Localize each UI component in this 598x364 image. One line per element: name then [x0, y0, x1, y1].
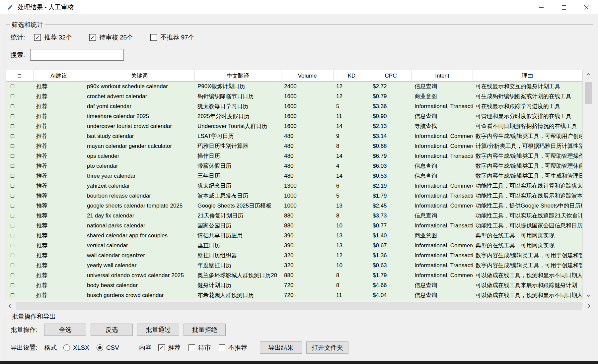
- row-checkbox[interactable]: □: [6, 231, 33, 241]
- cell-translation: 带薪休假日历: [194, 161, 281, 171]
- stats-checkbox-0-box[interactable]: ✓: [34, 34, 41, 41]
- table-row[interactable]: □推荐national parks calendar国家公园日历88010$0.…: [6, 221, 582, 231]
- row-checkbox[interactable]: □: [6, 251, 33, 261]
- row-checkbox[interactable]: □: [6, 82, 33, 91]
- row-checkbox[interactable]: □: [6, 111, 33, 121]
- column-header-check[interactable]: □: [6, 70, 33, 81]
- table-row[interactable]: □推荐shared calendar app for couples情侣共享日历…: [6, 231, 582, 241]
- content-checkbox-1-box[interactable]: [188, 344, 195, 351]
- batch-button-3[interactable]: 批量拒绝: [184, 324, 226, 336]
- stats-checkbox-2-box[interactable]: [150, 34, 157, 41]
- table-row[interactable]: □推荐ops calender操作日历48014$6.79Information…: [6, 151, 582, 161]
- vertical-scroll-thumb[interactable]: [585, 82, 592, 104]
- cell-translation: 犹太教每日学习日历: [194, 101, 281, 111]
- scroll-down-button[interactable]: [584, 291, 593, 300]
- cell-volume: 1600: [281, 101, 333, 111]
- open-folder-button[interactable]: 打开文件夹: [306, 341, 348, 354]
- format-radio-xlsx[interactable]: XLSX: [63, 344, 89, 351]
- content-checkbox-1[interactable]: 待审: [188, 343, 211, 352]
- batch-export-groupbox: 批量操作和导出 批量操作: 全选反选批量通过批量拒绝 导出设置: 格式 XLSX…: [6, 316, 593, 360]
- content-checkbox-2-box[interactable]: [219, 344, 225, 351]
- table-row[interactable]: □推荐crochet advent calendar钩针编织降临节日日历1600…: [6, 91, 582, 101]
- content-checkbox-2[interactable]: 不推荐: [219, 343, 247, 352]
- vertical-scrollbar[interactable]: [584, 70, 593, 300]
- stats-checkbox-0[interactable]: ✓推荐 32个: [34, 33, 72, 42]
- table-row[interactable]: □推荐google sheets calendar template 2025G…: [6, 201, 582, 211]
- scroll-left-button[interactable]: [6, 301, 15, 311]
- horizontal-scroll-thumb[interactable]: [16, 302, 582, 310]
- table-row[interactable]: □推荐pto calendar带薪休假日历4804$6.03信息查询数字内容生成…: [6, 161, 582, 171]
- cell-translation: 钩针编织降临节日日历: [194, 91, 281, 101]
- close-button[interactable]: [575, 0, 598, 14]
- table-row[interactable]: □推荐timeshare calendar 20252025年分时度假日历160…: [6, 111, 582, 121]
- table-row[interactable]: □推荐daf yomi calendar犹太教每日学习日历16005$3.36I…: [6, 101, 582, 111]
- scroll-right-button[interactable]: [584, 301, 593, 311]
- table-row[interactable]: □推荐lsat study calendarLSAT学习日历4809$3.14I…: [6, 131, 582, 141]
- column-header-reason[interactable]: 理由: [473, 70, 582, 81]
- batch-button-1[interactable]: 反选: [91, 324, 133, 336]
- minimize-button[interactable]: [530, 0, 553, 14]
- cell-ai: 推荐: [33, 82, 84, 91]
- row-checkbox[interactable]: □: [6, 191, 33, 201]
- row-checkbox[interactable]: □: [6, 221, 33, 231]
- format-radio-csv[interactable]: CSV: [97, 344, 119, 351]
- cell-translation: 操作日历: [194, 151, 281, 161]
- cell-intent: 信息查询: [411, 211, 473, 221]
- batch-button-2[interactable]: 批量通过: [137, 324, 179, 336]
- row-checkbox[interactable]: □: [6, 241, 33, 251]
- row-checkbox[interactable]: □: [6, 201, 33, 211]
- maximize-button[interactable]: [553, 0, 575, 14]
- table-row[interactable]: □推荐yearly wall calendar年度壁挂日历32010$0.63I…: [6, 261, 582, 271]
- maximize-icon: [562, 5, 566, 10]
- cell-keyword: mayan calendar gender calculator: [84, 141, 194, 151]
- app-window: 处理结果 - 人工审核 筛选和统计 统计: ✓推荐 32个✓待审核 25个不推荐…: [0, 0, 598, 364]
- table-row[interactable]: □推荐mayan calendar gender calculator玛雅日历性…: [6, 141, 582, 151]
- table-row[interactable]: □推荐three year calendar三年日历48014$0.53信息查询…: [6, 171, 582, 181]
- cell-cpc: $0.79: [370, 91, 411, 101]
- search-input[interactable]: [30, 49, 124, 61]
- row-checkbox[interactable]: □: [6, 101, 33, 111]
- stats-checkbox-2-label: 不推荐 97个: [160, 33, 194, 42]
- content-checkbox-0[interactable]: ✓推荐: [158, 343, 181, 352]
- column-header-cpc[interactable]: CPC: [370, 70, 411, 81]
- content-checkbox-0-box[interactable]: ✓: [158, 344, 165, 351]
- stats-checkbox-2[interactable]: 不推荐 97个: [150, 33, 194, 42]
- table-row[interactable]: □推荐p90x workout schedule calendarP90X锻炼计…: [6, 82, 582, 91]
- column-header-kd[interactable]: KD: [333, 70, 370, 81]
- table-row[interactable]: □推荐21 day fix calendar21天修复计划日历8808$3.73…: [6, 211, 582, 221]
- table-row[interactable]: □推荐bourbon release calendar波本威士忌发布日历1000…: [6, 191, 582, 201]
- row-checkbox[interactable]: □: [6, 151, 33, 161]
- stats-checkbox-1-box[interactable]: ✓: [89, 34, 96, 41]
- column-header-intent[interactable]: Intent: [411, 70, 473, 81]
- horizontal-scrollbar[interactable]: [6, 301, 593, 311]
- row-checkbox[interactable]: □: [6, 131, 33, 141]
- scroll-up-button[interactable]: [584, 70, 593, 79]
- table-row[interactable]: □推荐universal orlando crowd calendar 2025…: [6, 271, 582, 280]
- table-row[interactable]: □推荐body beast calendar健身计划日历7208$4.66信息查…: [6, 280, 582, 290]
- batch-button-0[interactable]: 全选: [44, 324, 86, 336]
- column-header-volume[interactable]: Volume: [281, 70, 333, 81]
- row-checkbox[interactable]: □: [6, 290, 33, 300]
- row-checkbox[interactable]: □: [6, 271, 33, 280]
- column-header-translation[interactable]: 中文翻译: [194, 70, 281, 81]
- row-checkbox[interactable]: □: [6, 121, 33, 131]
- table-row[interactable]: □推荐busch gardens crowd calendar布希花园人群预测日…: [6, 290, 582, 300]
- row-checkbox[interactable]: □: [6, 141, 33, 151]
- row-checkbox[interactable]: □: [6, 171, 33, 181]
- cell-keyword: lsat study calendar: [84, 131, 194, 141]
- export-results-button[interactable]: 导出结果: [260, 341, 302, 354]
- stats-checkbox-1[interactable]: ✓待审核 25个: [89, 33, 133, 42]
- row-checkbox[interactable]: □: [6, 261, 33, 271]
- column-header-ai[interactable]: AI建议: [33, 70, 84, 81]
- table-row[interactable]: □推荐vertical calendar垂直日历39013$0.67Inform…: [6, 241, 582, 251]
- row-checkbox[interactable]: □: [6, 211, 33, 221]
- table-row[interactable]: □推荐undercover tourist crowd calendarUnde…: [6, 121, 582, 131]
- row-checkbox[interactable]: □: [6, 161, 33, 171]
- table-row[interactable]: □推荐yahrzeit calendar犹太纪念日历13006$2.19Info…: [6, 181, 582, 191]
- row-checkbox[interactable]: □: [6, 280, 33, 290]
- row-checkbox[interactable]: □: [6, 181, 33, 191]
- column-header-keyword[interactable]: 关键词: [84, 70, 194, 81]
- cell-volume: 1000: [281, 191, 333, 201]
- table-row[interactable]: □推荐wall calendar organizer壁挂日历组织器32012$1…: [6, 251, 582, 261]
- row-checkbox[interactable]: □: [6, 91, 33, 101]
